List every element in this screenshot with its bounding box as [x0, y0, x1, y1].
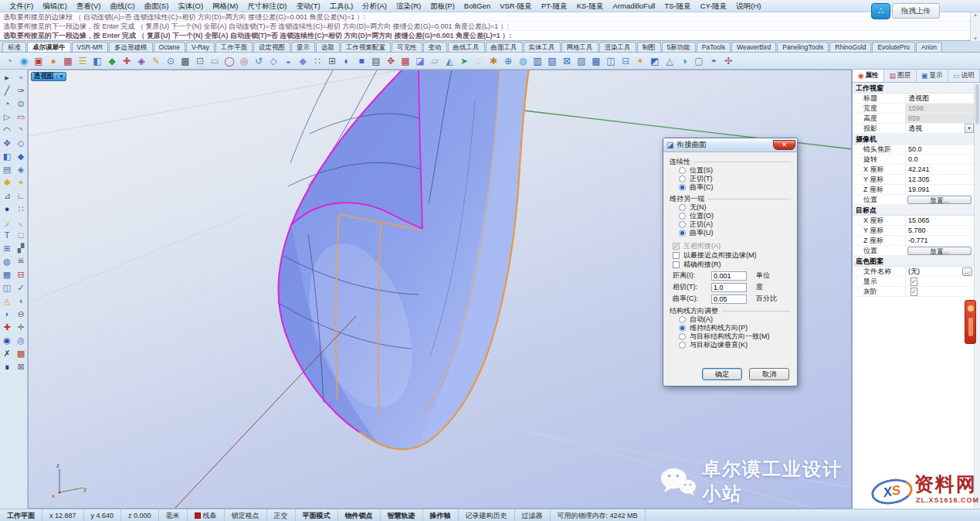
tool-icon[interactable]: ✛ [15, 321, 27, 333]
panel-tab[interactable]: ▤图层 [884, 70, 916, 82]
toolbar-icon[interactable]: ◐ [341, 55, 353, 67]
radio-icon[interactable] [679, 175, 686, 182]
browse-button[interactable]: ... [962, 267, 972, 276]
tool-icon[interactable]: ● [1, 203, 13, 215]
ok-button[interactable]: 确定 [702, 368, 742, 380]
toolbar-icon[interactable]: ▢ [693, 55, 705, 67]
command-scrollbar[interactable]: ▲ ▼ [970, 12, 980, 41]
toolbar-tab[interactable]: Octane [154, 42, 185, 52]
statusbar-item[interactable]: x 12.887 [42, 509, 84, 521]
panel-row-value[interactable]: 15.065 [905, 216, 974, 225]
red-promo-sticker[interactable] [965, 300, 976, 344]
tool-icon[interactable]: ◔ [1, 97, 13, 110]
panel-row-value[interactable]: 50.0 [905, 145, 974, 154]
toolbar-icon[interactable]: ◆ [106, 55, 118, 67]
tool-icon[interactable]: ◆ [15, 150, 27, 162]
tool-icon[interactable]: ✱ [1, 176, 13, 189]
radio-icon[interactable] [679, 221, 686, 228]
checkbox-option[interactable]: 以最接近点衔接边缘(M) [670, 250, 791, 260]
cancel-button[interactable]: 取消 [749, 368, 789, 380]
toolbar-tab[interactable]: 标准 [2, 42, 26, 52]
radio-icon[interactable] [679, 213, 686, 220]
radio-icon[interactable] [679, 333, 686, 340]
toolbar-icon[interactable]: ✚ [120, 55, 133, 67]
toolbar-icon[interactable]: ⊙ [164, 55, 177, 67]
toolbar-icon[interactable]: ✥ [385, 55, 397, 67]
toolbar-tab[interactable]: Arion [916, 42, 942, 52]
panel-row-value[interactable]: -0.771 [905, 236, 974, 245]
toolbar-icon[interactable]: ✱ [487, 55, 500, 67]
precision-input[interactable] [711, 271, 747, 281]
menu-item[interactable]: 曲线(C) [105, 0, 139, 12]
tool-icon[interactable]: ⊞ [1, 242, 13, 254]
toolbar-icon[interactable]: ▦ [62, 55, 74, 67]
radio-icon[interactable] [679, 230, 686, 237]
statusbar-item[interactable]: 平面模式 [296, 509, 338, 521]
radio-option[interactable]: 正切(T) [670, 175, 791, 183]
panel-dropdown[interactable]: 透视▼ [905, 124, 974, 133]
panel-tab[interactable]: ▣显示 [917, 70, 948, 82]
command-line[interactable]: 选取要衔接至的下一段边缘，按 Enter 完成 （ 复原(U) 下一个(N) 全… [0, 31, 970, 40]
tool-icon[interactable]: ◞ [1, 216, 13, 228]
toolbar-icon[interactable]: ▤ [370, 55, 382, 67]
chevron-down-icon[interactable]: ▼ [965, 124, 974, 133]
panel-tab[interactable]: ▭说明 [948, 70, 980, 82]
checkbox-icon[interactable]: ✓ [910, 278, 917, 286]
toolbar-icon[interactable]: ⊡ [194, 55, 206, 67]
toolbar-icon[interactable]: ▭ [209, 55, 221, 67]
toolbar-icon[interactable]: ◌ [473, 55, 485, 67]
toolbar-icon[interactable]: ◩ [649, 55, 661, 67]
tool-icon[interactable]: ◬ [1, 295, 13, 307]
chevron-down-icon[interactable]: ▼ [56, 74, 64, 79]
toolbar-icon[interactable]: ◇ [267, 55, 280, 67]
toolbar-tab[interactable]: 5新功能 [662, 42, 696, 52]
radio-option[interactable]: 无(N) [670, 203, 791, 212]
statusbar-item[interactable]: 操作轴 [423, 509, 459, 521]
toolbar-icon[interactable]: ◈ [135, 55, 148, 67]
panel-tab[interactable]: ◉属性 [853, 70, 884, 82]
toolbar-tab[interactable]: 制图 [637, 42, 661, 52]
toolbar-tab[interactable]: 曲面工具 [486, 42, 523, 52]
toolbar-icon[interactable]: ∷ [311, 55, 324, 67]
toolbar-tab[interactable]: 选取 [316, 42, 340, 52]
panel-row-value[interactable]: 42.241 [905, 165, 974, 174]
menu-item[interactable]: 查看(V) [72, 0, 106, 12]
toolbar-tab[interactable]: 工作视窗配置 [341, 42, 391, 52]
toolbar-icon[interactable]: ⊕ [502, 55, 514, 67]
tool-icon[interactable]: ◫ [1, 281, 13, 294]
tool-icon[interactable]: ⊟ [15, 268, 27, 281]
toolbar-tab[interactable]: 显示 [291, 42, 315, 52]
radio-option[interactable]: 曲率(C) [670, 183, 791, 192]
toolbar-icon[interactable]: ▩ [179, 55, 192, 67]
command-line[interactable]: 选取要衔接至的边缘段 （ 自动连锁(A)=否 连锁连续性(C)=相切 方向(D)… [0, 12, 970, 22]
toolbar-icon[interactable]: ◉ [18, 55, 30, 67]
menu-item[interactable]: VSR-随意 [495, 0, 537, 12]
menu-item[interactable]: 网格(M) [208, 0, 242, 12]
menu-item[interactable]: PT-随意 [537, 0, 572, 12]
toolbar-tab[interactable]: 可见性 [392, 42, 422, 52]
cloud-share-icon[interactable]: ∴ [871, 3, 890, 19]
toolbar-icon[interactable]: ◒ [282, 55, 294, 67]
tool-icon[interactable]: ⊙ [15, 97, 27, 110]
toolbar-icon[interactable]: ▥ [531, 55, 544, 67]
toolbar-icon[interactable]: ◎ [238, 55, 250, 67]
menu-item[interactable]: 文件(F) [5, 0, 38, 12]
toolbar-icon[interactable]: ✎ [150, 55, 162, 67]
menu-item[interactable]: ArmadilloFull [609, 0, 660, 12]
checkbox-icon[interactable]: ✓ [910, 288, 917, 296]
tool-icon[interactable]: ◟ [15, 216, 27, 228]
menu-item[interactable]: 实体(O) [173, 0, 208, 12]
toolbar-icon[interactable]: ⊞ [326, 55, 338, 67]
menu-item[interactable]: 面板(P) [426, 0, 459, 12]
toolbar-tab[interactable]: 工作平面 [215, 42, 253, 52]
tool-icon[interactable]: ⊖ [15, 308, 27, 320]
checkbox-icon[interactable] [673, 261, 680, 268]
toolbar-icon[interactable]: ⊟ [619, 55, 632, 67]
toolbar-tab[interactable]: VSR-MR [72, 42, 109, 52]
tool-icon[interactable]: ▩ [15, 347, 27, 359]
tool-icon[interactable]: ▭ [15, 111, 27, 123]
scrollbar-thumb[interactable] [975, 84, 979, 124]
panel-row-value[interactable]: 5.780 [905, 226, 974, 235]
checkbox-option[interactable]: 精确衔接(R) [670, 260, 791, 269]
tool-icon[interactable]: ◗ [1, 308, 13, 320]
